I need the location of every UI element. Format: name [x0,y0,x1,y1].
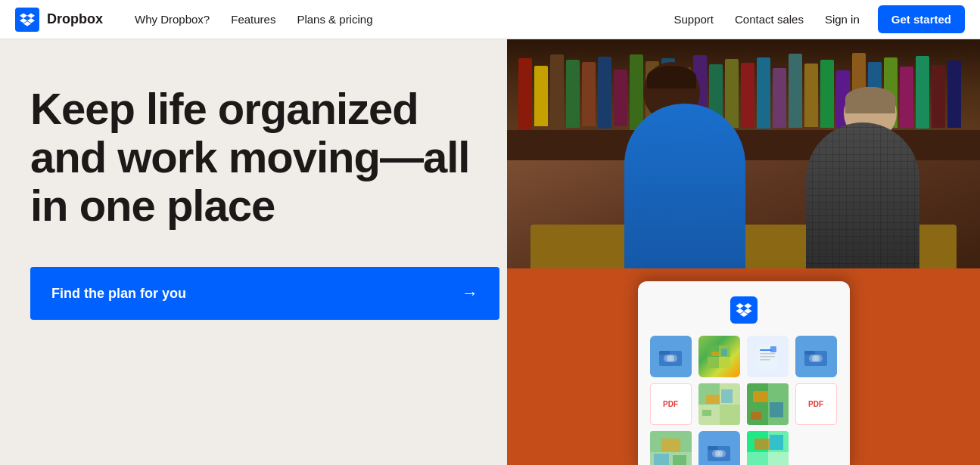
file-grid: PDF [650,336,838,465]
svg-point-4 [670,355,677,362]
svg-rect-35 [661,439,680,452]
get-started-button[interactable]: Get started [878,5,965,33]
person1 [602,81,768,270]
book-spine [518,58,532,130]
svg-rect-14 [760,359,770,361]
book-spine [900,67,913,128]
svg-rect-31 [770,402,783,417]
book-spine [947,60,961,128]
person1-body [624,104,745,270]
file-item-pdf2: PDF [795,383,837,425]
file-item-folder3 [698,431,740,465]
svg-rect-9 [721,349,727,356]
navigation: Dropbox Why Dropbox? Features Plans & pr… [0,0,980,39]
svg-point-20 [815,355,823,362]
file-card-header [650,296,838,324]
dropbox-icon [15,8,39,32]
hero-left-panel: Keep life organized and work moving—all … [0,39,507,465]
svg-rect-36 [654,454,669,465]
svg-rect-11 [760,349,772,351]
svg-rect-25 [721,389,733,403]
book-spine [550,54,564,130]
main-content: Keep life organized and work moving—all … [0,39,980,465]
svg-rect-45 [768,452,789,465]
find-plan-label: Find the plan for you [51,286,186,302]
book-spine [804,64,818,127]
find-plan-button[interactable]: Find the plan for you → [30,267,499,320]
dropbox-logo-small [730,296,758,324]
nav-links-right: Support Contact sales Sign in Get starte… [664,5,965,33]
book-spine [566,60,580,128]
book-spine [582,62,596,126]
svg-rect-13 [760,356,775,358]
file-item-folder2 [795,336,837,377]
file-item-map1 [698,336,740,377]
nav-plans-pricing[interactable]: Plans & pricing [288,7,381,32]
svg-rect-8 [711,352,719,356]
pdf-label1: PDF [663,400,678,408]
nav-support[interactable]: Support [664,7,723,32]
library-photo [507,39,980,270]
svg-rect-24 [706,395,720,404]
file-item-map5 [747,431,789,465]
book-spine [534,66,548,126]
book-spine [916,56,929,129]
nav-sign-in[interactable]: Sign in [816,7,869,32]
book-spine [932,65,945,128]
file-item-map4 [650,431,692,465]
svg-rect-47 [770,435,783,450]
nav-why-dropbox[interactable]: Why Dropbox? [126,7,219,32]
svg-rect-7 [719,357,730,368]
book-spine [789,54,802,128]
hero-title: Keep life organized and work moving—all … [30,85,477,229]
svg-rect-17 [804,351,815,355]
hero-right-panel: PDF [507,39,980,465]
svg-rect-46 [754,439,770,450]
book-spine [820,60,834,128]
nav-features[interactable]: Features [222,7,285,32]
svg-rect-15 [770,346,776,352]
book-spine [773,68,786,128]
file-item-empty [795,431,837,465]
svg-rect-23 [720,405,740,425]
svg-point-42 [718,450,726,457]
svg-rect-26 [702,410,711,416]
nav-contact-sales[interactable]: Contact sales [726,7,813,32]
file-item-pdf1: PDF [650,383,692,425]
nav-links-left: Why Dropbox? Features Plans & pricing [126,7,381,32]
svg-rect-37 [673,455,686,465]
orange-background: PDF [507,268,980,465]
svg-rect-12 [760,353,775,355]
logo-area[interactable]: Dropbox [15,8,103,32]
file-item-map2 [698,383,740,425]
person2-body [806,122,919,270]
svg-rect-1 [659,351,670,355]
file-browser-card: PDF [638,281,850,465]
svg-rect-32 [751,412,761,420]
file-item-doc [747,336,789,377]
svg-rect-39 [708,446,718,450]
pdf-label2: PDF [808,400,823,408]
file-item-map3 [747,383,789,425]
brand-name: Dropbox [47,11,103,27]
svg-rect-30 [753,391,768,402]
file-item-folder1 [650,336,692,377]
find-plan-arrow-icon: → [462,284,478,303]
